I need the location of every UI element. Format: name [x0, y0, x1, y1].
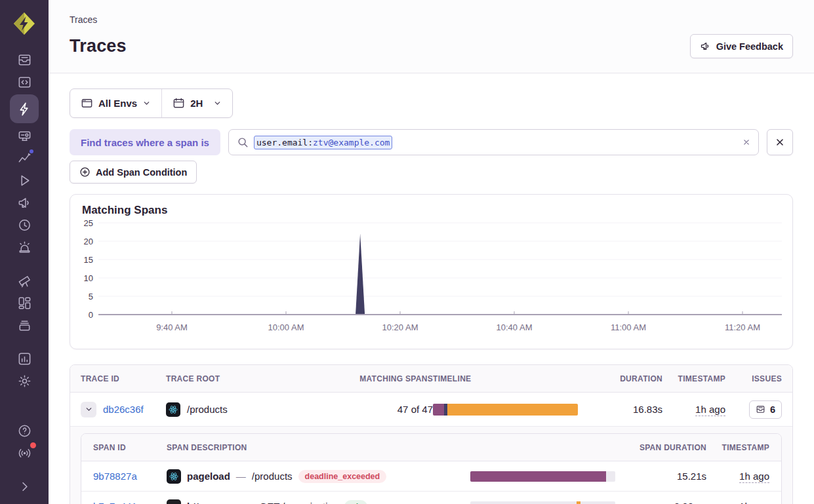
span-id-link[interactable]: 9b78827a [93, 471, 167, 482]
lightning-icon [17, 102, 32, 117]
sidebar-item-history[interactable] [10, 214, 39, 236]
close-x-icon [774, 136, 786, 148]
sidebar-item-settings[interactable] [10, 370, 39, 392]
svg-text:11:00 AM: 11:00 AM [611, 322, 646, 332]
span-op: http.server [187, 501, 238, 504]
span-id-link[interactable]: b7a7e441 [93, 501, 167, 504]
sidebar-item-feedback[interactable] [10, 191, 39, 214]
sidebar-item-dashboards[interactable] [10, 292, 39, 314]
svg-text:10:00 AM: 10:00 AM [268, 322, 304, 332]
search-input[interactable]: user.email:ztv@example.com [228, 129, 759, 155]
span-description: GET /organization [260, 501, 339, 504]
span-row: b7a7e441 ex http.server — GET /organizat… [81, 492, 781, 504]
play-icon [17, 173, 32, 188]
search-icon [237, 136, 249, 148]
search-query-token[interactable]: user.email:ztv@example.com [254, 136, 393, 149]
window-icon [81, 97, 93, 109]
express-platform-icon: ex [167, 499, 181, 504]
issues-icon [17, 52, 32, 68]
span-timestamp: 1h ago [739, 501, 769, 504]
span-row: 9b78827a pageload — /products deadline_e… [81, 461, 781, 492]
span-duration: 15.21s [677, 471, 706, 482]
gear-icon [17, 374, 32, 389]
trace-timeline-bar [433, 404, 578, 416]
insights-notification-dot [28, 148, 35, 155]
sidebar-item-explore[interactable] [10, 71, 39, 93]
sidebar-item-stats[interactable] [10, 347, 39, 370]
chevron-down-icon [213, 99, 222, 107]
react-platform-icon [167, 469, 181, 484]
col-issues: ISSUES [752, 374, 782, 383]
sidebar-item-broadcast[interactable] [10, 442, 39, 464]
code-folder-icon [17, 75, 32, 90]
main-area: Traces Traces Give Feedback All Envs 2H [49, 0, 814, 504]
trace-id-link[interactable]: db26c36f [103, 404, 144, 415]
trace-root-name: /products [187, 404, 228, 415]
sidebar-item-releases[interactable] [10, 314, 39, 336]
breadcrumb[interactable]: Traces [70, 14, 793, 25]
span-timeline-bar [470, 471, 615, 482]
bar-stats-icon [17, 351, 32, 366]
col-span-duration: SPAN DURATION [640, 443, 706, 452]
app-logo-icon[interactable] [10, 9, 39, 38]
add-span-condition-button[interactable]: Add Span Condition [70, 161, 197, 184]
sidebar-item-alerts[interactable] [10, 236, 39, 258]
chevron-down-icon [85, 405, 93, 414]
sidebar [0, 0, 49, 504]
span-description: /products [252, 471, 293, 482]
sidebar-expand-button[interactable] [10, 475, 39, 497]
svg-text:0: 0 [89, 310, 93, 320]
sidebar-item-traces[interactable] [10, 94, 39, 123]
sidebar-item-discover[interactable] [10, 269, 39, 292]
spans-table-header: SPAN ID SPAN DESCRIPTION SPAN DURATION T… [81, 434, 781, 461]
date-range-filter[interactable]: 2H [161, 89, 232, 117]
matching-spans-count: 47 of 47 [397, 404, 433, 415]
content: All Envs 2H Find traces where a span is … [49, 73, 814, 504]
sidebar-item-help[interactable] [10, 419, 39, 442]
svg-text:15: 15 [84, 255, 93, 265]
sidebar-item-replays[interactable] [10, 169, 39, 191]
clear-search-button[interactable] [741, 137, 752, 147]
trace-row: db26c36f /products 47 of 47 16.83s 1h ag… [70, 393, 792, 427]
sidebar-item-issues[interactable] [10, 48, 39, 71]
token-value: ztv@example.com [313, 138, 390, 147]
svg-text:10:20 AM: 10:20 AM [382, 322, 418, 332]
give-feedback-label: Give Feedback [716, 41, 783, 52]
col-span-timestamp: TIMESTAMP [722, 443, 769, 452]
col-trace-id: TRACE ID [81, 374, 166, 383]
archive-stack-icon [17, 318, 32, 333]
date-range-filter-label: 2H [190, 98, 203, 109]
environment-filter[interactable]: All Envs [70, 89, 161, 117]
page-header: Traces Traces Give Feedback [49, 0, 814, 73]
trace-duration: 16.83s [633, 404, 662, 415]
token-key: user.email: [256, 138, 313, 147]
remove-condition-button[interactable] [767, 129, 793, 155]
telescope-icon [17, 273, 32, 288]
broadcast-notification-dot [29, 441, 37, 450]
issues-icon [756, 404, 765, 414]
help-icon [17, 423, 32, 438]
svg-text:10:40 AM: 10:40 AM [497, 322, 533, 332]
give-feedback-button[interactable]: Give Feedback [690, 34, 793, 58]
col-timestamp: TIMESTAMP [678, 374, 725, 383]
span-timestamp: 1h ago [739, 471, 769, 483]
sidebar-nav [0, 48, 49, 504]
react-platform-icon [166, 402, 180, 417]
svg-text:11:20 AM: 11:20 AM [725, 322, 760, 332]
traces-table-header: TRACE ID TRACE ROOT MATCHING SPANS TIMEL… [70, 365, 792, 393]
collapse-trace-button[interactable] [81, 402, 96, 417]
dash-separator: — [244, 501, 254, 504]
sidebar-item-insights[interactable] [10, 147, 39, 169]
calendar-icon [173, 97, 185, 109]
page-title: Traces [70, 36, 127, 56]
span-duration: 2.00ms [674, 501, 706, 504]
span-condition-label: Find traces where a span is [70, 129, 220, 155]
megaphone-icon [17, 195, 32, 210]
trace-issues-button[interactable]: 6 [749, 400, 782, 419]
matching-spans-panel: Matching Spans 25201510509:40 AM10:00 AM… [70, 194, 793, 349]
environment-filter-label: All Envs [98, 98, 137, 109]
sidebar-item-queries[interactable] [10, 125, 39, 147]
chevron-right-icon [17, 479, 32, 494]
col-timeline: TIMELINE [433, 374, 597, 383]
projector-icon [17, 128, 32, 144]
